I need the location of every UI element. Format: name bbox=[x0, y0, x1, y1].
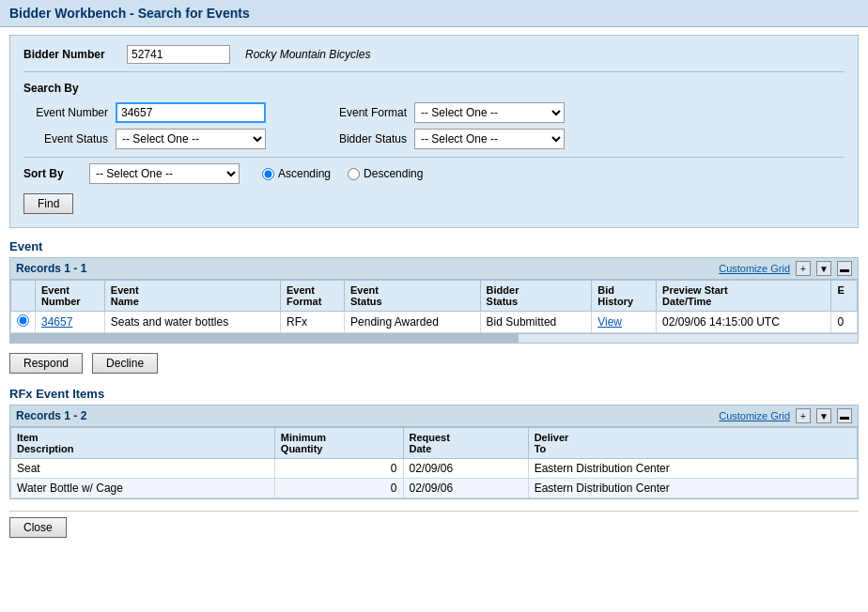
rfx-section-title: RFx Event Items bbox=[9, 387, 859, 401]
rfx-grid-menu-icon[interactable]: ▬ bbox=[837, 408, 852, 423]
bidder-status-label: Bidder Status bbox=[322, 132, 407, 145]
event-grid: Records 1 - 1 Customize Grid + ▼ ▬ Event… bbox=[9, 257, 859, 344]
event-number-input[interactable] bbox=[116, 102, 266, 123]
bidder-number-input[interactable] bbox=[127, 45, 230, 64]
search-left-col: Event Number Event Status -- Select One … bbox=[23, 102, 266, 149]
rfx-row-1: Seat 0 02/09/06 Eastern Distribution Cen… bbox=[11, 459, 858, 479]
event-row-preview-start: 02/09/06 14:15:00 UTC bbox=[657, 312, 831, 333]
search-right-col: Event Format -- Select One -- Bidder Sta… bbox=[322, 102, 565, 149]
rfx-col-item-desc: ItemDescription bbox=[11, 428, 275, 459]
sort-order-group: Ascending Descending bbox=[262, 167, 423, 180]
descending-radio-label[interactable]: Descending bbox=[348, 167, 423, 180]
action-buttons: Respond Decline bbox=[9, 353, 859, 374]
event-row-number[interactable]: 34657 bbox=[36, 312, 105, 333]
event-format-select[interactable]: -- Select One -- bbox=[414, 102, 565, 123]
respond-button[interactable]: Respond bbox=[9, 353, 83, 374]
rfx-col-min-qty: MinimumQuantity bbox=[274, 428, 403, 459]
col-extra: E bbox=[831, 281, 858, 312]
rfx-col-request-date: RequestDate bbox=[403, 428, 528, 459]
search-fields: Event Number Event Status -- Select One … bbox=[23, 102, 845, 149]
event-grid-controls: Customize Grid + ▼ ▬ bbox=[719, 261, 852, 276]
col-bid-history: BidHistory bbox=[592, 281, 657, 312]
bidder-status-row: Bidder Status -- Select One -- bbox=[322, 129, 565, 149]
event-grid-add-icon[interactable]: + bbox=[796, 261, 811, 276]
ascending-label: Ascending bbox=[278, 167, 331, 180]
decline-button[interactable]: Decline bbox=[92, 353, 158, 374]
sort-by-select[interactable]: -- Select One -- bbox=[89, 163, 240, 184]
rfx-row-2-min-qty: 0 bbox=[274, 479, 403, 498]
sort-by-label: Sort By bbox=[23, 167, 80, 180]
event-number-label: Event Number bbox=[23, 106, 108, 119]
rfx-grid: Records 1 - 2 Customize Grid + ▼ ▬ ItemD… bbox=[9, 405, 859, 499]
col-select bbox=[11, 281, 36, 312]
event-row-radio-cell[interactable] bbox=[11, 312, 36, 333]
bidder-row: Bidder Number Rocky Mountain Bicycles bbox=[23, 45, 845, 72]
ascending-radio-label[interactable]: Ascending bbox=[262, 167, 331, 180]
event-grid-header-bar: Records 1 - 1 Customize Grid + ▼ ▬ bbox=[10, 258, 858, 280]
col-event-number: EventNumber bbox=[36, 281, 105, 312]
rfx-grid-add-icon[interactable]: + bbox=[796, 408, 811, 423]
event-table: EventNumber EventName EventFormat EventS… bbox=[10, 280, 858, 333]
rfx-table: ItemDescription MinimumQuantity RequestD… bbox=[10, 427, 858, 498]
event-grid-down-icon[interactable]: ▼ bbox=[816, 261, 831, 276]
event-section-title: Event bbox=[9, 239, 859, 253]
event-row-status: Pending Awarded bbox=[345, 312, 481, 333]
event-row: 34657 Seats and water bottles RFx Pendin… bbox=[11, 312, 858, 333]
bidder-name: Rocky Mountain Bicycles bbox=[245, 48, 370, 61]
col-event-format: EventFormat bbox=[281, 281, 345, 312]
event-format-row: Event Format -- Select One -- bbox=[322, 102, 565, 123]
event-grid-menu-icon[interactable]: ▬ bbox=[837, 261, 852, 276]
rfx-customize-grid-link[interactable]: Customize Grid bbox=[719, 410, 790, 421]
event-status-select[interactable]: -- Select One -- bbox=[116, 129, 266, 149]
rfx-grid-down-icon[interactable]: ▼ bbox=[816, 408, 831, 423]
rfx-row-1-item-desc: Seat bbox=[11, 459, 275, 479]
event-row-bid-history[interactable]: View bbox=[592, 312, 657, 333]
find-button[interactable]: Find bbox=[23, 193, 73, 214]
col-event-name: EventName bbox=[104, 281, 280, 312]
rfx-row-2-item-desc: Water Bottle w/ Cage bbox=[11, 479, 275, 498]
bidder-status-select[interactable]: -- Select One -- bbox=[414, 129, 565, 149]
sort-row: Sort By -- Select One -- Ascending Desce… bbox=[23, 157, 845, 184]
event-row-radio[interactable] bbox=[17, 314, 29, 327]
descending-label: Descending bbox=[364, 167, 423, 180]
rfx-row-2-deliver-to: Eastern Distribution Center bbox=[528, 479, 857, 498]
rfx-row-1-request-date: 02/09/06 bbox=[403, 459, 528, 479]
descending-radio[interactable] bbox=[348, 168, 360, 180]
search-panel: Bidder Number Rocky Mountain Bicycles Se… bbox=[9, 35, 859, 228]
col-event-status: EventStatus bbox=[345, 281, 481, 312]
event-row-extra: 0 bbox=[831, 312, 858, 333]
event-customize-grid-link[interactable]: Customize Grid bbox=[719, 263, 790, 274]
event-format-label: Event Format bbox=[322, 106, 407, 119]
event-row-bidder-status: Bid Submitted bbox=[480, 312, 592, 333]
rfx-row-2-request-date: 02/09/06 bbox=[403, 479, 528, 498]
col-preview-start: Preview StartDate/Time bbox=[657, 281, 831, 312]
rfx-section: RFx Event Items Records 1 - 2 Customize … bbox=[9, 387, 859, 499]
event-records-label: Records 1 - 1 bbox=[16, 262, 86, 275]
rfx-records-label: Records 1 - 2 bbox=[16, 409, 86, 422]
rfx-grid-controls: Customize Grid + ▼ ▬ bbox=[719, 408, 852, 423]
search-by-label: Search By bbox=[23, 82, 845, 95]
event-number-row: Event Number bbox=[23, 102, 266, 123]
close-button[interactable]: Close bbox=[9, 517, 67, 538]
bidder-number-label: Bidder Number bbox=[23, 48, 127, 61]
ascending-radio[interactable] bbox=[262, 168, 274, 180]
rfx-grid-header-bar: Records 1 - 2 Customize Grid + ▼ ▬ bbox=[10, 405, 858, 427]
rfx-col-deliver-to: DeliverTo bbox=[528, 428, 857, 459]
event-scrollbar[interactable] bbox=[10, 333, 858, 343]
close-area: Close bbox=[9, 511, 859, 543]
rfx-row-1-min-qty: 0 bbox=[274, 459, 403, 479]
event-scrollbar-thumb[interactable] bbox=[10, 334, 519, 344]
event-row-format: RFx bbox=[281, 312, 345, 333]
event-row-name: Seats and water bottles bbox=[104, 312, 280, 333]
event-status-row: Event Status -- Select One -- bbox=[23, 129, 266, 149]
rfx-row-2: Water Bottle w/ Cage 0 02/09/06 Eastern … bbox=[11, 479, 858, 498]
find-row: Find bbox=[23, 193, 845, 214]
page-title: Bidder Workbench - Search for Events bbox=[0, 0, 868, 27]
event-status-label: Event Status bbox=[23, 132, 108, 145]
col-bidder-status: BidderStatus bbox=[480, 281, 592, 312]
rfx-row-1-deliver-to: Eastern Distribution Center bbox=[528, 459, 857, 479]
